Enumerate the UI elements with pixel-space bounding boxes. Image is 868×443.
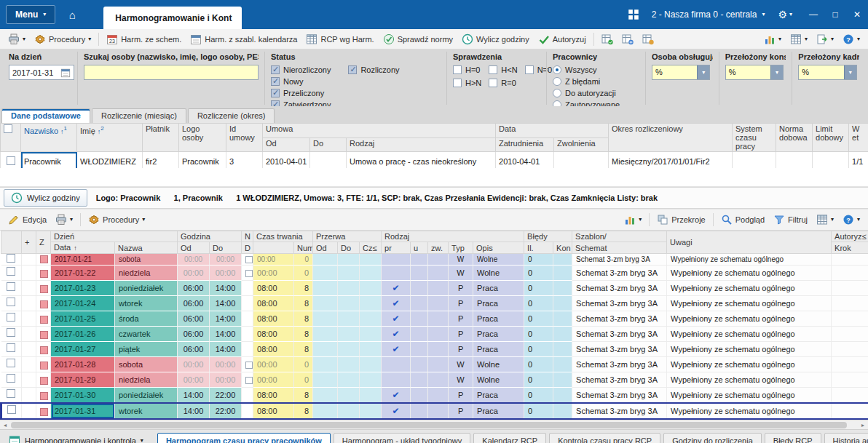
tab-rozliczenie-okres[interactable]: Rozliczenie (okres) bbox=[188, 108, 275, 123]
row-select-checkbox[interactable] bbox=[7, 328, 15, 337]
schedule-row-2017-01-25[interactable]: 2017-01-25środa06:0014:0008:008✔PPraca0S… bbox=[1, 311, 868, 327]
help2-button[interactable]: ?▾ bbox=[838, 212, 864, 228]
scroll-left-arrow-icon[interactable]: ◂ bbox=[0, 420, 10, 429]
grid-tool-2-button[interactable] bbox=[618, 31, 638, 47]
tab-rozliczenie-miesi-c[interactable]: Rozliczenie (miesiąc) bbox=[92, 108, 186, 123]
header-imie[interactable]: Imię↑2 bbox=[77, 124, 143, 152]
print2-button[interactable]: ▾ bbox=[51, 212, 77, 228]
header-logo-osoby[interactable]: Logo osoby bbox=[179, 124, 226, 152]
sprawdzenia-checkbox-r-0[interactable]: R=0 bbox=[489, 78, 517, 88]
filtruj-button[interactable]: Filtruj bbox=[769, 212, 812, 228]
row-select-checkbox[interactable] bbox=[7, 298, 15, 306]
schedule-row-2017-01-23[interactable]: 2017-01-23poniedziałek06:0014:0008:008✔P… bbox=[1, 281, 868, 296]
status-checkbox-rozliczony[interactable]: Rozliczony bbox=[348, 65, 399, 75]
schedule-row-2017-01-22[interactable]: 2017-01-22niedziela00:0000:0000:000WWoln… bbox=[1, 266, 868, 281]
nd-checkbox[interactable] bbox=[245, 270, 253, 277]
schedule-header-cz[interactable]: Cz≤ bbox=[360, 242, 382, 254]
schedule-header-plus[interactable]: + bbox=[22, 231, 36, 254]
status-checkbox-przeliczony[interactable]: Przeliczony bbox=[271, 88, 331, 98]
header-wymiar-etatu[interactable]: W et bbox=[849, 124, 868, 152]
calendar-icon[interactable] bbox=[60, 68, 71, 78]
przelozony-kadrowy-combo[interactable]: % ▾ bbox=[798, 65, 856, 80]
schedule-header-z[interactable]: Z bbox=[36, 231, 51, 254]
schedule-header-nazwa[interactable]: Nazwa bbox=[115, 242, 178, 254]
harm-z-szabl-kalendarza-button[interactable]: Harm. z szabl. kalendarza bbox=[186, 31, 301, 47]
tab-harmonogramowanie[interactable]: Harmonogramowanie i Kont bbox=[103, 7, 242, 29]
header-umowa-do[interactable]: Do bbox=[310, 138, 347, 152]
schedule-header-szablon[interactable]: Szablon/ bbox=[572, 231, 667, 242]
header-limit-dobowy[interactable]: Limit dobowy bbox=[813, 124, 849, 152]
combo-dropdown-icon[interactable]: ▾ bbox=[697, 65, 709, 79]
combo-dropdown-icon[interactable]: ▾ bbox=[770, 65, 783, 79]
grid-tool-1-button[interactable] bbox=[597, 31, 618, 47]
schedule-header-typ[interactable]: Typ bbox=[449, 242, 473, 254]
schedule-header-kon[interactable]: Kon bbox=[553, 242, 572, 254]
sprawdz-normy-button[interactable]: Sprawdź normy bbox=[379, 31, 457, 47]
procedury2-button[interactable]: Procedury▾ bbox=[84, 212, 149, 228]
schedule-header-il[interactable]: Il. bbox=[524, 242, 553, 254]
nd-checkbox[interactable] bbox=[245, 377, 253, 384]
schedule-header-u[interactable]: u bbox=[411, 242, 428, 254]
scrollbar-thumb[interactable] bbox=[11, 422, 847, 428]
schedule-header-data[interactable]: Data↑ bbox=[51, 242, 115, 254]
bottom-tab-harmonogram-czasu-pracy-pracownik-w[interactable]: Harmonogram czasu pracy pracowników bbox=[157, 433, 331, 443]
przelozony-konsultant-combo[interactable]: % ▾ bbox=[725, 65, 784, 80]
schedule-header-autoryzacja[interactable]: Autoryz≤ bbox=[832, 231, 868, 242]
schedule-row-2017-01-29[interactable]: 2017-01-29niedziela00:0000:0000:000WWoln… bbox=[1, 372, 868, 388]
status-checkbox-nowy[interactable]: Nowy bbox=[271, 76, 331, 87]
header-okres-rozliczeniowy[interactable]: Okres rozliczeniowy bbox=[609, 124, 733, 152]
bottom-tab-b-dy-rcp[interactable]: Błędy RCP bbox=[765, 433, 821, 443]
schedule-row-2017-01-27[interactable]: 2017-01-27piątek06:0014:0008:008✔PPraca0… bbox=[1, 342, 868, 357]
schedule-row-2017-01-21[interactable]: 2017-01-21sobota00:0000:0000:000WWolne0S… bbox=[1, 254, 868, 266]
row-select-checkbox[interactable] bbox=[7, 254, 15, 263]
help-menu-button[interactable]: ?▾ bbox=[838, 31, 864, 47]
nd-checkbox[interactable] bbox=[245, 362, 253, 369]
schedule-header-num[interactable]: Num bbox=[294, 242, 313, 254]
schedule-header-opis[interactable]: Opis bbox=[473, 242, 524, 254]
row-select-checkbox[interactable] bbox=[7, 343, 15, 352]
header-rodzaj[interactable]: Rodzaj bbox=[347, 138, 496, 152]
settings-gear-button[interactable]: ⚙▾ bbox=[770, 9, 800, 20]
bottom-tab-historia-autoryzac[interactable]: Historia autoryzac bbox=[824, 433, 868, 443]
wylicz-godziny-button[interactable]: Wylicz godziny bbox=[4, 189, 87, 207]
apps-grid-icon[interactable] bbox=[627, 8, 640, 21]
header-system-czasu-pracy[interactable]: System czasu pracy bbox=[733, 124, 776, 152]
schedule-row-2017-01-31[interactable]: 2017-01-31wtorek14:0022:0008:008✔PPraca0… bbox=[1, 403, 868, 419]
schedule-row-2017-01-28[interactable]: 2017-01-28sobota00:0000:0000:000WWolne0S… bbox=[1, 357, 868, 372]
widok-button[interactable]: ▾ bbox=[812, 212, 838, 228]
szukaj-input[interactable] bbox=[84, 65, 259, 80]
schedule-header-uwagi[interactable]: Uwagi bbox=[667, 231, 832, 254]
osoba-obslugujaca-combo[interactable]: % ▾ bbox=[652, 65, 710, 80]
company-selector[interactable]: 2 - Nasza firma 0 - centrala ▾ bbox=[646, 9, 771, 20]
sprawdzenia-checkbox-h-n[interactable]: H>N bbox=[453, 78, 481, 88]
status-checkbox-zatwierdzony[interactable]: Zatwierdzony bbox=[271, 100, 331, 106]
schedule-header-schemat[interactable]: Schemat bbox=[572, 242, 667, 254]
row-select-checkbox[interactable] bbox=[7, 282, 15, 291]
row-select-checkbox[interactable] bbox=[7, 359, 15, 367]
row-checkbox[interactable] bbox=[7, 156, 15, 165]
schedule-header-przerwa-do[interactable]: Do bbox=[338, 242, 360, 254]
schedule-row-2017-01-24[interactable]: 2017-01-24wtorek06:0014:0008:008✔PPraca0… bbox=[1, 296, 868, 311]
wylicz-godziny-button[interactable]: Wylicz godziny bbox=[457, 31, 534, 47]
przekroje-button[interactable]: Przekroje bbox=[652, 212, 709, 228]
header-select-all[interactable] bbox=[1, 124, 21, 152]
tab-dane-podstawowe[interactable]: Dane podstawowe bbox=[1, 108, 90, 123]
menu-button[interactable]: Menu ▾ bbox=[6, 5, 55, 24]
edycja-button[interactable]: Edycja bbox=[4, 212, 51, 228]
sprawdzenia-checkbox-h-0[interactable]: H=0 bbox=[453, 65, 481, 75]
schedule-row-2017-01-26[interactable]: 2017-01-26czwartek06:0014:0008:008✔PPrac… bbox=[1, 327, 868, 342]
schedule-header-zw[interactable]: zw. bbox=[428, 242, 449, 254]
header-umowa-od[interactable]: Od bbox=[263, 138, 310, 152]
nd-checkbox[interactable] bbox=[245, 256, 253, 263]
bottom-tab-harmonogram-uk-ad-tygodniowy[interactable]: Harmonogram - układ tygodniowy bbox=[334, 433, 470, 443]
chart-menu-button[interactable]: ▾ bbox=[760, 31, 786, 47]
pracownicy-radio-z-b-dami[interactable]: Z błędami bbox=[553, 76, 639, 87]
module-selector[interactable]: Harmonogramowanie i kontrola ▾ bbox=[2, 432, 150, 443]
sprawdzenia-checkbox-h-n[interactable]: H<N bbox=[489, 65, 517, 75]
pracownicy-radio-wszyscy[interactable]: Wszyscy bbox=[553, 65, 639, 75]
export-menu-button[interactable]: ▾ bbox=[812, 31, 838, 47]
header-id-umowy[interactable]: Id umowy bbox=[226, 124, 263, 152]
header-nazwisko[interactable]: Nazwisko↑1 bbox=[21, 124, 77, 152]
autoryzuj-button[interactable]: Autoryzuj bbox=[534, 31, 591, 47]
schedule-header-d[interactable]: D bbox=[242, 242, 253, 254]
